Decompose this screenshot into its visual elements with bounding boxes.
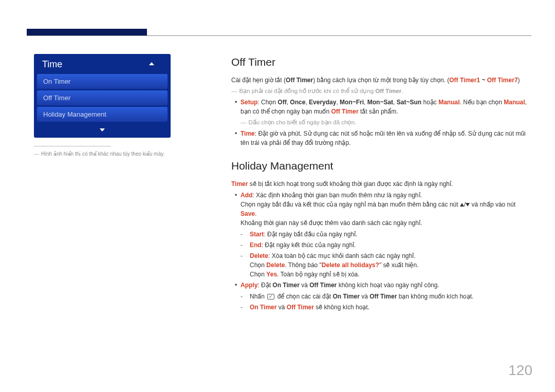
- clock-note: ― Bạn phải cài đặt đồng hồ trước khi có …: [231, 87, 532, 96]
- enter-button-icon: [267, 294, 274, 300]
- menu-item-off-timer[interactable]: Off Timer: [37, 90, 168, 105]
- dash-icon: -: [240, 230, 248, 239]
- sidebar-caption-text: Hình ảnh hiển thị có thể khác nhau tùy t…: [41, 151, 164, 158]
- bullet-dot-icon: •: [231, 191, 240, 228]
- dash-icon: -: [240, 240, 248, 250]
- off-timer-heading: Off Timer: [231, 54, 532, 70]
- dash-icon: -: [240, 303, 248, 312]
- sidebar-caption: ― Hình ảnh hiển thị có thể khác nhau tùy…: [34, 151, 171, 158]
- holiday-bullets: • Add: Xác định khoảng thời gian bạn muố…: [231, 191, 532, 312]
- bullet-dot-icon: •: [231, 98, 240, 116]
- delete-sub: - Delete: Xóa toàn bộ các mục khỏi danh …: [231, 251, 532, 279]
- bullet-dot-icon: •: [231, 281, 240, 290]
- time-bullet: • Time: Đặt giờ và phút. Sử dụng các nút…: [231, 129, 532, 147]
- header-rule: [27, 35, 531, 36]
- add-bullet: • Add: Xác định khoảng thời gian bạn muố…: [231, 191, 532, 228]
- dash-icon: -: [240, 251, 248, 279]
- menu-title: Time: [34, 54, 171, 74]
- menu-footer: [34, 123, 171, 137]
- sidebar: Time On Timer Off Timer Holiday Manageme…: [34, 54, 171, 158]
- main-content: Off Timer Cài đặt hẹn giờ tắt (Off Timer…: [231, 54, 532, 314]
- menu-item-on-timer[interactable]: On Timer: [37, 74, 168, 89]
- bullet-dot-icon: •: [231, 129, 240, 147]
- setup-subnote: ― Dấu chọn cho biết số ngày bạn đã chọn.: [231, 118, 532, 127]
- setup-bullet: • Setup: Chọn Off, Once, Everyday, Mon~F…: [231, 98, 532, 116]
- apply-bullet: • Apply: Đặt On Timer và Off Timer không…: [231, 281, 532, 290]
- sidebar-rule: [34, 146, 111, 146]
- menu-item-holiday-management[interactable]: Holiday Management: [37, 107, 168, 122]
- dash-icon: -: [240, 292, 248, 301]
- dash-icon: ―: [240, 118, 247, 127]
- dash-icon: ―: [231, 87, 237, 96]
- dash-icon: ―: [34, 151, 39, 158]
- triangle-up-icon: [460, 203, 464, 207]
- arrow-up-icon[interactable]: [149, 62, 154, 65]
- arrow-down-icon[interactable]: [100, 128, 105, 132]
- off-timer-intro: Cài đặt hẹn giờ tắt (Off Timer) bằng các…: [231, 76, 532, 85]
- time-menu-panel: Time On Timer Off Timer Holiday Manageme…: [34, 54, 171, 138]
- apply-sub2: - On Timer và Off Timer sẽ không kích ho…: [231, 303, 532, 312]
- holiday-management-heading: Holiday Management: [231, 158, 532, 174]
- off-timer-bullets: • Setup: Chọn Off, Once, Everyday, Mon~F…: [231, 98, 532, 147]
- holiday-intro: Timer sẽ bị tắt kích hoạt trong suốt kho…: [231, 179, 532, 189]
- start-sub: - Start: Đặt ngày bắt đầu của ngày nghỉ.: [231, 230, 532, 239]
- end-sub: - End: Đặt ngày kết thúc của ngày nghỉ.: [231, 240, 532, 250]
- page-number: 120: [508, 362, 532, 379]
- header-accent-bar: [27, 29, 147, 36]
- menu-title-text: Time: [42, 59, 62, 69]
- apply-sub1: - Nhấn để chọn các cài đặt On Timer và O…: [231, 292, 532, 301]
